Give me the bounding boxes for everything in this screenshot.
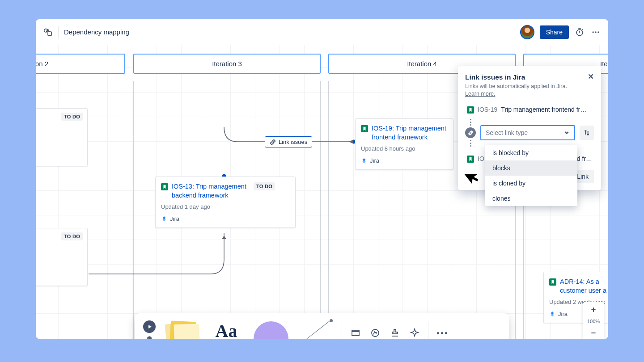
shapes-icon <box>43 27 53 37</box>
hand-icon[interactable] <box>145 336 153 339</box>
play-icon[interactable] <box>143 320 156 333</box>
page-title: Dependency mapping <box>64 28 129 36</box>
story-icon <box>361 125 368 132</box>
dropdown-option[interactable]: blocks <box>485 160 577 176</box>
presenter-tools <box>140 320 158 339</box>
topbar: Dependency mapping Share <box>36 19 608 45</box>
link-type-select[interactable]: Select link type <box>480 125 575 140</box>
swap-direction-button[interactable] <box>580 126 594 140</box>
svg-rect-8 <box>352 330 359 336</box>
svg-point-5 <box>597 31 599 33</box>
link-icon <box>465 127 476 138</box>
column-header-iteration-3[interactable]: Iteration 3 <box>133 54 321 74</box>
divider <box>342 322 342 339</box>
status-badge: TO DO <box>61 113 83 121</box>
zoom-level: 100% <box>587 317 600 325</box>
zoom-in-button[interactable] <box>583 302 604 317</box>
ai-tool-icon[interactable] <box>406 324 424 339</box>
learn-more-link[interactable]: Learn more. <box>465 91 495 97</box>
issue-card-partial[interactable]: er TO DO <box>36 228 88 286</box>
close-icon[interactable] <box>587 72 595 82</box>
card-updated: Updated 1 day ago <box>161 203 290 210</box>
stamp-tool-icon[interactable] <box>386 324 404 339</box>
issue-card-ios19[interactable]: IOS-19: Trip management frontend framewo… <box>355 118 453 170</box>
avatar[interactable] <box>520 25 534 39</box>
story-icon <box>161 183 168 190</box>
popup-subtitle: Links will be automatically applied in J… <box>465 83 594 89</box>
topbar-left: Dependency mapping <box>43 26 129 38</box>
app-frame: Dependency mapping Share Iteration 2 Ite… <box>36 19 608 339</box>
shape-tool[interactable] <box>250 318 292 339</box>
topbar-right: Share <box>520 25 601 39</box>
svg-point-9 <box>372 329 379 337</box>
popup-title: Link issues in Jira <box>465 73 594 81</box>
status-badge: TO DO <box>254 182 275 190</box>
card-source: Jira <box>558 311 568 317</box>
whiteboard-toolbar: Aa <box>135 313 509 339</box>
card-source: Jira <box>170 215 179 222</box>
issue-card-partial[interactable]: er TO DO <box>36 108 88 166</box>
timer-icon[interactable] <box>574 27 585 38</box>
card-updated: Updated 8 hours ago <box>361 145 448 152</box>
issue-key: IO <box>478 155 484 162</box>
dropdown-option[interactable]: clones <box>485 191 577 206</box>
divider <box>428 322 428 339</box>
share-button[interactable]: Share <box>540 25 569 39</box>
smart-tool-icon[interactable] <box>366 324 384 339</box>
svg-rect-1 <box>48 32 51 35</box>
card-source: Jira <box>370 157 379 164</box>
link-issues-pill[interactable]: Link issues <box>265 136 312 147</box>
link-type-row: Select link type <box>465 119 594 147</box>
svg-point-3 <box>593 31 594 33</box>
svg-point-4 <box>595 31 596 33</box>
issue-card-ios13[interactable]: IOS-13: Trip management backend framewor… <box>155 177 296 228</box>
card-title: IOS-13: Trip management backend framewor… <box>172 182 250 200</box>
issue-key: IOS-19 <box>478 106 497 113</box>
more-tools-icon[interactable] <box>433 324 451 339</box>
story-icon <box>549 278 556 286</box>
issue-chip-1: IOS-19 Trip management frontend fr… <box>465 103 594 116</box>
issue-summary: Trip management frontend fr… <box>501 106 586 113</box>
story-icon <box>467 106 474 114</box>
dropdown-option[interactable]: is blocked by <box>485 145 577 160</box>
rectangle-tool-icon[interactable] <box>347 324 364 339</box>
connector-tool[interactable] <box>294 318 337 339</box>
dropdown-option[interactable]: is cloned by <box>485 176 577 191</box>
divider <box>58 26 59 38</box>
zoom-control: 100% <box>583 302 604 339</box>
sticky-notes-tool[interactable] <box>160 318 203 339</box>
zoom-out-button[interactable] <box>583 325 604 339</box>
jira-icon <box>161 216 167 222</box>
card-title: ADR-14: As a customer user a <box>560 278 608 295</box>
card-title: IOS-19: Trip management frontend framewo… <box>372 124 448 142</box>
more-icon[interactable] <box>590 27 601 38</box>
status-badge: TO DO <box>61 232 83 240</box>
cursor-icon <box>463 167 479 183</box>
column-header-iteration-2[interactable]: Iteration 2 <box>36 54 125 74</box>
story-icon <box>467 156 474 163</box>
text-tool[interactable]: Aa <box>205 318 248 339</box>
chevron-down-icon <box>564 130 570 136</box>
jira-icon <box>549 311 555 317</box>
link-type-dropdown: is blocked by blocks is cloned by clones <box>485 145 577 206</box>
jira-icon <box>361 158 367 164</box>
canvas[interactable]: Iteration 2 Iteration 3 Iteration 4 Iter… <box>36 45 608 339</box>
issue-summary: d fr… <box>577 155 592 162</box>
